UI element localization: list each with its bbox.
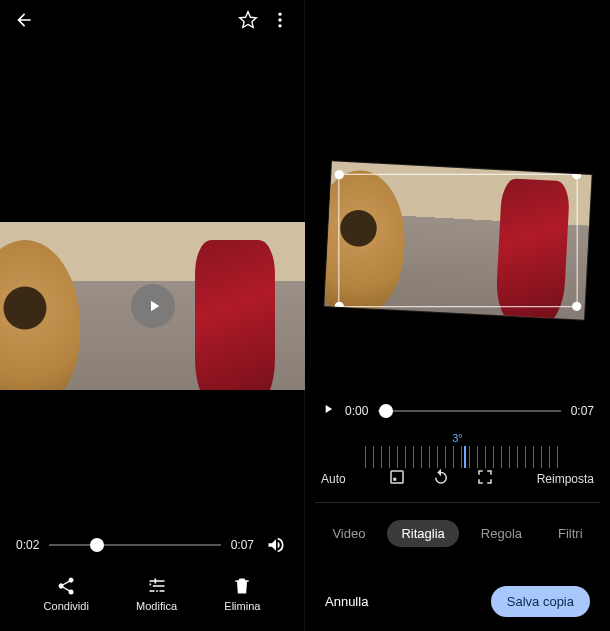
time-duration: 0:07 [231, 538, 254, 552]
back-icon[interactable] [12, 8, 36, 32]
svg-point-0 [278, 13, 281, 16]
share-button[interactable]: Condividi [44, 576, 89, 612]
crop-stage [305, 150, 610, 330]
delete-label: Elimina [224, 600, 260, 612]
cancel-button[interactable]: Annulla [325, 594, 368, 609]
progress-track[interactable] [49, 544, 220, 546]
crop-handle-br[interactable] [572, 301, 581, 310]
rotated-frame [324, 161, 591, 319]
rotation-control: 3° [305, 432, 610, 468]
time-duration: 0:07 [571, 404, 594, 418]
auto-button[interactable]: Auto [321, 472, 346, 486]
tab-filters[interactable]: Filtri [544, 520, 597, 547]
time-current: 0:02 [16, 538, 39, 552]
progress-track[interactable] [378, 410, 560, 412]
scrubber: 0:02 0:07 [0, 533, 304, 557]
video-preview[interactable] [0, 222, 305, 390]
rotation-ruler[interactable] [358, 446, 558, 468]
play-icon[interactable] [321, 402, 335, 419]
delete-button[interactable]: Elimina [224, 576, 260, 612]
more-icon[interactable] [268, 8, 292, 32]
crop-tool-row: Auto Reimposta [305, 468, 610, 489]
rotate-icon[interactable] [432, 468, 450, 489]
share-label: Condividi [44, 600, 89, 612]
crop-handle-tl[interactable] [334, 170, 343, 179]
progress-thumb[interactable] [90, 538, 104, 552]
video-content [195, 240, 275, 390]
mode-tabs: Video Ritaglia Regola Filtri [305, 520, 610, 547]
editor-pane: 0:00 0:07 3° Auto Reimposta Video Ritagl… [305, 0, 610, 631]
edit-button[interactable]: Modifica [136, 576, 177, 612]
divider [315, 502, 600, 503]
top-bar [0, 0, 304, 40]
rotation-value: 3° [305, 432, 610, 444]
edit-label: Modifica [136, 600, 177, 612]
progress-thumb[interactable] [379, 404, 393, 418]
aspect-ratio-icon[interactable] [388, 468, 406, 489]
viewer-pane: 0:02 0:07 Condividi Modifica Elimina [0, 0, 305, 631]
volume-icon[interactable] [264, 533, 288, 557]
crop-handle-bl[interactable] [334, 301, 343, 310]
editor-scrubber: 0:00 0:07 [305, 402, 610, 419]
svg-point-1 [278, 18, 281, 21]
time-current: 0:00 [345, 404, 368, 418]
video-content [0, 240, 80, 390]
tab-video[interactable]: Video [318, 520, 379, 547]
action-bar: Condividi Modifica Elimina [0, 567, 304, 631]
tab-crop[interactable]: Ritaglia [387, 520, 458, 547]
svg-point-2 [278, 24, 281, 27]
expand-icon[interactable] [476, 468, 494, 489]
reset-button[interactable]: Reimposta [537, 472, 594, 486]
star-icon[interactable] [236, 8, 260, 32]
save-copy-button[interactable]: Salva copia [491, 586, 590, 617]
crop-rect[interactable] [338, 173, 577, 306]
bottom-bar: Annulla Salva copia [305, 586, 610, 617]
crop-handle-tr[interactable] [572, 170, 581, 179]
tab-adjust[interactable]: Regola [467, 520, 536, 547]
play-button[interactable] [131, 284, 175, 328]
